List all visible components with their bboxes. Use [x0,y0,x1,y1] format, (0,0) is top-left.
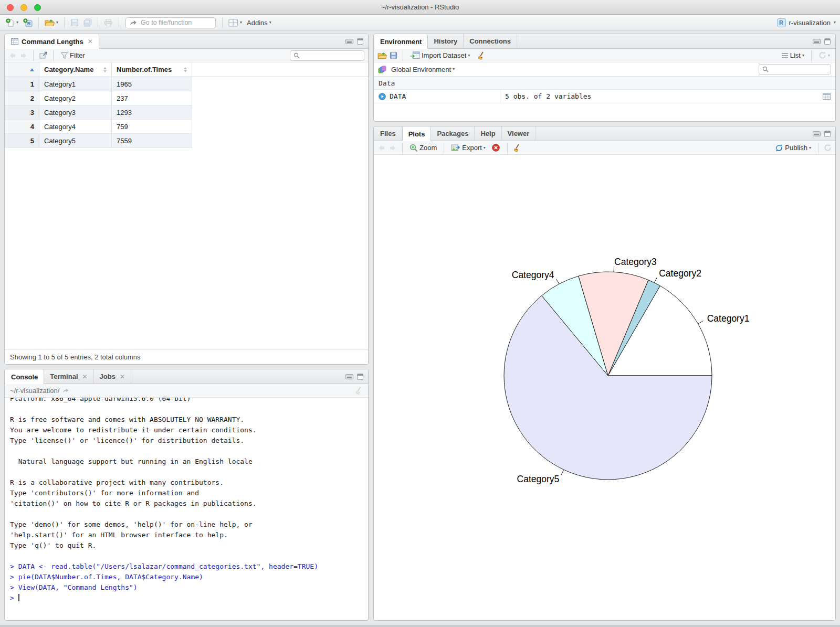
viewer-search-box[interactable] [290,50,364,61]
minimize-pane-icon[interactable] [345,39,353,44]
table-row[interactable]: 5Category57559 [5,134,368,148]
close-tab-icon[interactable]: ✕ [82,373,88,380]
addins-button[interactable]: Addins ▾ [245,18,273,28]
save-workspace-icon[interactable] [390,51,397,59]
publish-button[interactable]: Publish ▾ [773,143,813,153]
table-row[interactable]: 4Category4759 [5,120,368,134]
console-output-line: Type 'q()' to quit R. [10,540,368,551]
expand-object-icon[interactable] [379,93,386,100]
new-file-button[interactable]: ▾ [4,17,20,28]
filter-funnel-icon [60,52,68,59]
pie-label-tick [614,266,614,272]
forward-icon[interactable] [19,52,28,59]
tab-help[interactable]: Help [475,126,501,141]
viewer-toolbar: Filter [5,49,368,62]
tab-connections[interactable]: Connections [464,34,517,48]
tab-jobs[interactable]: Jobs✕ [94,369,131,384]
save-button[interactable] [69,17,80,28]
tab-packages[interactable]: Packages [431,126,475,141]
minimize-pane-icon[interactable] [813,39,821,44]
project-menu-button[interactable]: R r-visualization ▾ [777,18,836,27]
table-row[interactable]: 3Category31293 [5,105,368,120]
table-cell: Category2 [39,91,112,105]
pane-window-buttons [808,34,835,48]
clear-objects-broom-icon[interactable] [477,51,486,60]
open-folder-icon [45,19,55,27]
row-number-cell: 1 [5,77,39,91]
console-input-line: > View(DATA, "Command Lengths") [10,582,368,593]
console-output-line: Platform: x86_64-apple-darwin15.6.0 (64-… [10,398,368,404]
console-output[interactable]: Platform: x86_64-apple-darwin15.6.0 (64-… [5,398,368,620]
maximize-pane-icon[interactable] [824,131,831,137]
tab-command-lengths[interactable]: Command Lengths ✕ [5,34,99,49]
environment-scope-selector[interactable]: Global Environment ▾ [390,65,456,75]
maximize-pane-icon[interactable] [824,38,831,45]
print-button[interactable] [102,17,114,28]
goto-directory-icon[interactable] [62,388,69,394]
print-icon [104,18,113,27]
tab-environment[interactable]: Environment [374,34,428,49]
remove-plot-icon[interactable] [492,144,500,152]
tab-viewer[interactable]: Viewer [502,126,536,141]
toolbar-separator [402,143,403,153]
filter-button[interactable]: Filter [59,50,87,60]
pane-window-buttons [341,34,368,48]
filter-label: Filter [70,51,85,59]
r-project-icon: R [777,18,786,27]
list-view-button[interactable]: List ▾ [780,50,806,60]
refresh-environment-button[interactable]: ▾ [817,50,832,60]
import-dataset-button[interactable]: Import Dataset ▾ [408,50,471,60]
maximize-pane-icon[interactable] [357,38,363,45]
minimize-pane-icon[interactable] [813,131,821,136]
column-header-category-name[interactable]: Category.Name [39,62,112,77]
chevron-down-icon: ▾ [453,67,455,71]
goto-file-function-input[interactable] [140,18,226,27]
clear-console-broom-icon[interactable] [355,387,363,395]
close-tab-icon[interactable]: ✕ [88,38,93,45]
table-row[interactable]: 2Category2237 [5,91,368,105]
table-cell: 759 [112,120,192,134]
row-number-header[interactable] [5,62,39,77]
column-label: Category.Name [44,66,93,73]
pie-label-category3: Category3 [614,257,657,267]
table-cell: 1293 [112,105,192,120]
save-all-button[interactable] [82,17,93,28]
pane-layout-button[interactable]: ▾ [227,18,244,28]
load-workspace-icon[interactable] [377,52,387,59]
tab-files[interactable]: Files [374,126,402,141]
pie-label-tick [654,278,657,283]
clear-all-plots-broom-icon[interactable] [513,144,521,152]
row-number-cell: 4 [5,120,39,134]
chevron-down-icon: ▾ [16,20,18,25]
environment-object-row[interactable]: DATA 5 obs. of 2 variables [374,90,835,103]
table-row[interactable]: 1Category11965 [5,77,368,91]
list-icon [781,52,789,59]
goto-file-function-box[interactable] [125,17,216,28]
next-plot-icon[interactable] [388,144,397,152]
viewer-search-input[interactable] [302,51,361,60]
pane-window-buttons [808,126,835,141]
column-header-number-of-times[interactable]: Number.of.Times [112,62,192,77]
minimize-pane-icon[interactable] [345,374,353,379]
tab-terminal[interactable]: Terminal✕ [44,369,93,384]
previous-plot-icon[interactable] [377,144,386,152]
new-project-button[interactable]: R [22,17,34,28]
console-output-line: You are welcome to redistribute it under… [10,425,368,435]
environment-toolbar: Import Dataset ▾ List ▾ ▾ [374,49,835,62]
tab-history[interactable]: History [428,34,464,48]
environment-search-box[interactable] [759,64,831,75]
refresh-plot-icon[interactable] [824,144,832,152]
tab-label: Packages [437,130,468,137]
tab-console[interactable]: Console [5,369,44,384]
export-plot-button[interactable]: Export ▾ [449,143,487,153]
tab-plots[interactable]: Plots [402,126,432,141]
open-file-button[interactable]: ▾ [43,18,60,28]
view-data-grid-icon[interactable] [818,93,835,100]
maximize-pane-icon[interactable] [357,374,363,380]
chevron-down-icon: ▾ [828,54,830,58]
back-icon[interactable] [8,52,17,59]
open-in-new-window-icon[interactable] [39,51,48,59]
close-tab-icon[interactable]: ✕ [120,373,125,380]
zoom-plot-button[interactable]: Zoom [408,143,438,153]
environment-search-input[interactable] [771,65,827,74]
